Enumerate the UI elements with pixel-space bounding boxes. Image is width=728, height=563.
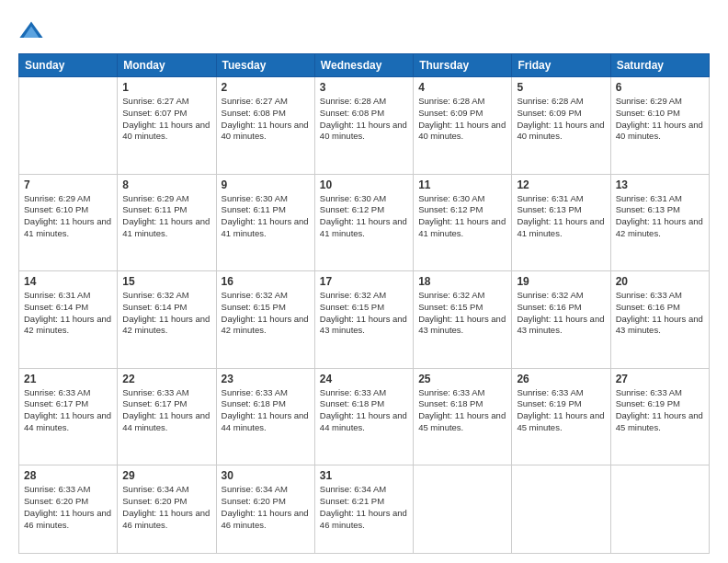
calendar-cell: 6Sunrise: 6:29 AM Sunset: 6:10 PM Daylig… (610, 77, 709, 175)
day-number: 31 (320, 469, 408, 482)
day-number: 28 (24, 469, 112, 482)
calendar-cell: 17Sunrise: 6:32 AM Sunset: 6:15 PM Dayli… (314, 271, 413, 369)
day-number: 8 (122, 178, 210, 191)
calendar-cell: 11Sunrise: 6:30 AM Sunset: 6:12 PM Dayli… (414, 174, 512, 271)
day-number: 1 (122, 81, 210, 94)
calendar-header-row: SundayMondayTuesdayWednesdayThursdayFrid… (19, 54, 710, 77)
calendar-cell (610, 465, 709, 554)
calendar-cell: 13Sunrise: 6:31 AM Sunset: 6:13 PM Dayli… (610, 174, 709, 271)
day-number: 4 (418, 81, 506, 94)
day-number: 3 (320, 81, 408, 94)
page: SundayMondayTuesdayWednesdayThursdayFrid… (0, 0, 728, 563)
day-info: Sunrise: 6:32 AM Sunset: 6:15 PM Dayligh… (222, 290, 310, 337)
day-info: Sunrise: 6:33 AM Sunset: 6:16 PM Dayligh… (616, 290, 704, 337)
day-info: Sunrise: 6:33 AM Sunset: 6:20 PM Dayligh… (24, 484, 112, 531)
calendar-cell: 7Sunrise: 6:29 AM Sunset: 6:10 PM Daylig… (19, 174, 118, 271)
day-info: Sunrise: 6:34 AM Sunset: 6:20 PM Dayligh… (222, 484, 310, 531)
calendar-cell: 3Sunrise: 6:28 AM Sunset: 6:08 PM Daylig… (314, 77, 413, 175)
day-number: 20 (616, 275, 704, 288)
calendar-cell: 24Sunrise: 6:33 AM Sunset: 6:18 PM Dayli… (314, 368, 413, 465)
day-number: 27 (616, 373, 704, 385)
day-info: Sunrise: 6:31 AM Sunset: 6:14 PM Dayligh… (24, 290, 112, 337)
day-info: Sunrise: 6:27 AM Sunset: 6:08 PM Dayligh… (222, 96, 310, 143)
day-info: Sunrise: 6:30 AM Sunset: 6:11 PM Dayligh… (222, 193, 310, 240)
calendar-cell: 19Sunrise: 6:32 AM Sunset: 6:16 PM Dayli… (512, 271, 610, 369)
day-number: 9 (222, 178, 310, 191)
day-info: Sunrise: 6:33 AM Sunset: 6:19 PM Dayligh… (616, 387, 704, 434)
day-number: 16 (222, 275, 310, 288)
calendar-cell: 9Sunrise: 6:30 AM Sunset: 6:11 PM Daylig… (216, 174, 314, 271)
day-info: Sunrise: 6:34 AM Sunset: 6:20 PM Dayligh… (122, 484, 210, 531)
calendar-week-2: 7Sunrise: 6:29 AM Sunset: 6:10 PM Daylig… (19, 174, 710, 271)
calendar-week-3: 14Sunrise: 6:31 AM Sunset: 6:14 PM Dayli… (19, 271, 710, 369)
calendar-header-wednesday: Wednesday (314, 54, 413, 77)
calendar-cell: 21Sunrise: 6:33 AM Sunset: 6:17 PM Dayli… (19, 368, 118, 465)
calendar-cell: 2Sunrise: 6:27 AM Sunset: 6:08 PM Daylig… (216, 77, 314, 175)
calendar-table: SundayMondayTuesdayWednesdayThursdayFrid… (18, 53, 710, 554)
day-info: Sunrise: 6:31 AM Sunset: 6:13 PM Dayligh… (616, 193, 704, 240)
day-number: 5 (517, 81, 605, 94)
calendar-header-monday: Monday (118, 54, 216, 77)
calendar-week-5: 28Sunrise: 6:33 AM Sunset: 6:20 PM Dayli… (19, 465, 710, 554)
day-info: Sunrise: 6:33 AM Sunset: 6:18 PM Dayligh… (222, 387, 310, 434)
calendar-cell (512, 465, 610, 554)
calendar-cell: 5Sunrise: 6:28 AM Sunset: 6:09 PM Daylig… (512, 77, 610, 175)
day-number: 19 (517, 275, 605, 288)
day-number: 2 (222, 81, 310, 94)
day-number: 23 (222, 373, 310, 385)
calendar-cell: 27Sunrise: 6:33 AM Sunset: 6:19 PM Dayli… (610, 368, 709, 465)
day-number: 26 (517, 373, 605, 385)
day-info: Sunrise: 6:28 AM Sunset: 6:09 PM Dayligh… (517, 96, 605, 143)
calendar-cell: 25Sunrise: 6:33 AM Sunset: 6:18 PM Dayli… (414, 368, 512, 465)
day-info: Sunrise: 6:29 AM Sunset: 6:10 PM Dayligh… (24, 193, 112, 240)
calendar-cell: 31Sunrise: 6:34 AM Sunset: 6:21 PM Dayli… (314, 465, 413, 554)
day-number: 14 (24, 275, 112, 288)
calendar-cell (414, 465, 512, 554)
day-info: Sunrise: 6:29 AM Sunset: 6:11 PM Dayligh… (122, 193, 210, 240)
day-info: Sunrise: 6:28 AM Sunset: 6:09 PM Dayligh… (418, 96, 506, 143)
calendar-cell: 10Sunrise: 6:30 AM Sunset: 6:12 PM Dayli… (314, 174, 413, 271)
calendar-cell: 15Sunrise: 6:32 AM Sunset: 6:14 PM Dayli… (118, 271, 216, 369)
day-number: 6 (616, 81, 704, 94)
calendar-cell: 23Sunrise: 6:33 AM Sunset: 6:18 PM Dayli… (216, 368, 314, 465)
day-number: 10 (320, 178, 408, 191)
day-info: Sunrise: 6:30 AM Sunset: 6:12 PM Dayligh… (418, 193, 506, 240)
day-info: Sunrise: 6:32 AM Sunset: 6:14 PM Dayligh… (122, 290, 210, 337)
logo (18, 18, 48, 44)
calendar-cell: 14Sunrise: 6:31 AM Sunset: 6:14 PM Dayli… (19, 271, 118, 369)
day-number: 17 (320, 275, 408, 288)
calendar-cell: 30Sunrise: 6:34 AM Sunset: 6:20 PM Dayli… (216, 465, 314, 554)
day-info: Sunrise: 6:32 AM Sunset: 6:15 PM Dayligh… (418, 290, 506, 337)
day-info: Sunrise: 6:28 AM Sunset: 6:08 PM Dayligh… (320, 96, 408, 143)
day-number: 29 (122, 469, 210, 482)
day-info: Sunrise: 6:33 AM Sunset: 6:17 PM Dayligh… (24, 387, 112, 434)
day-info: Sunrise: 6:34 AM Sunset: 6:21 PM Dayligh… (320, 484, 408, 531)
calendar-cell: 4Sunrise: 6:28 AM Sunset: 6:09 PM Daylig… (414, 77, 512, 175)
day-number: 13 (616, 178, 704, 191)
calendar-cell: 1Sunrise: 6:27 AM Sunset: 6:07 PM Daylig… (118, 77, 216, 175)
calendar-cell: 12Sunrise: 6:31 AM Sunset: 6:13 PM Dayli… (512, 174, 610, 271)
calendar-cell: 29Sunrise: 6:34 AM Sunset: 6:20 PM Dayli… (118, 465, 216, 554)
day-info: Sunrise: 6:32 AM Sunset: 6:16 PM Dayligh… (517, 290, 605, 337)
calendar-header-thursday: Thursday (414, 54, 512, 77)
day-info: Sunrise: 6:29 AM Sunset: 6:10 PM Dayligh… (616, 96, 704, 143)
logo-icon (18, 18, 44, 44)
calendar-week-1: 1Sunrise: 6:27 AM Sunset: 6:07 PM Daylig… (19, 77, 710, 175)
day-number: 25 (418, 373, 506, 385)
day-info: Sunrise: 6:30 AM Sunset: 6:12 PM Dayligh… (320, 193, 408, 240)
day-number: 12 (517, 178, 605, 191)
day-info: Sunrise: 6:33 AM Sunset: 6:18 PM Dayligh… (418, 387, 506, 434)
day-info: Sunrise: 6:33 AM Sunset: 6:18 PM Dayligh… (320, 387, 408, 434)
calendar-cell: 28Sunrise: 6:33 AM Sunset: 6:20 PM Dayli… (19, 465, 118, 554)
calendar-cell: 8Sunrise: 6:29 AM Sunset: 6:11 PM Daylig… (118, 174, 216, 271)
header (18, 18, 710, 44)
day-info: Sunrise: 6:33 AM Sunset: 6:17 PM Dayligh… (122, 387, 210, 434)
day-number: 24 (320, 373, 408, 385)
day-info: Sunrise: 6:31 AM Sunset: 6:13 PM Dayligh… (517, 193, 605, 240)
day-number: 7 (24, 178, 112, 191)
day-number: 21 (24, 373, 112, 385)
day-number: 11 (418, 178, 506, 191)
calendar-cell: 20Sunrise: 6:33 AM Sunset: 6:16 PM Dayli… (610, 271, 709, 369)
calendar-header-tuesday: Tuesday (216, 54, 314, 77)
day-number: 18 (418, 275, 506, 288)
